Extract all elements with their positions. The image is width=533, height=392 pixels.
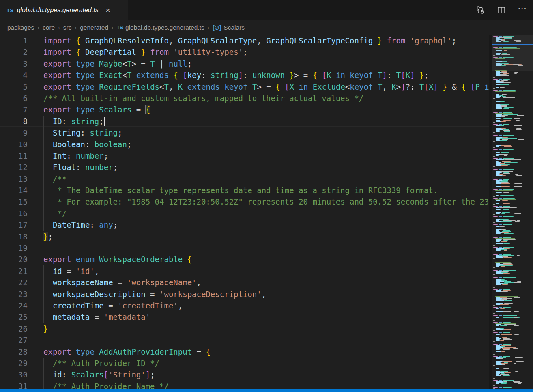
minimap-line bbox=[502, 334, 507, 334]
minimap-line bbox=[496, 207, 499, 208]
line-number: 9 bbox=[0, 127, 28, 138]
code-line-30[interactable]: 30 id: Scalars['String']; bbox=[0, 369, 489, 380]
minimap-line bbox=[500, 219, 509, 220]
line-number: 10 bbox=[0, 139, 28, 150]
minimap-line bbox=[499, 344, 502, 345]
minimap-line bbox=[503, 209, 509, 210]
minimap-line bbox=[499, 289, 502, 290]
split-editor-icon[interactable] bbox=[496, 5, 506, 15]
code-line-5[interactable]: 5export type RequireFields<T, K extends … bbox=[0, 81, 489, 93]
code-line-16[interactable]: 16 */ bbox=[0, 208, 489, 219]
line-number: 28 bbox=[0, 346, 28, 358]
minimap-line bbox=[493, 295, 498, 295]
minimap-line bbox=[496, 230, 499, 231]
minimap-line bbox=[515, 357, 522, 358]
minimap-line bbox=[516, 129, 522, 130]
line-number: 20 bbox=[0, 254, 28, 265]
minimap-line bbox=[499, 224, 502, 225]
code-line-8[interactable]: 8 ID: string; bbox=[0, 116, 489, 127]
minimap-line bbox=[518, 139, 525, 140]
status-bar[interactable] bbox=[0, 389, 533, 392]
code-line-20[interactable]: 20export enum WorkspaceOrderable { bbox=[0, 254, 489, 265]
line-number: 31 bbox=[0, 381, 28, 389]
minimap-line bbox=[504, 155, 507, 156]
tab-global-db-types[interactable]: TS global.db.types.generated.ts ✕ bbox=[0, 0, 128, 20]
compare-changes-icon[interactable] bbox=[475, 5, 485, 15]
code-line-9[interactable]: 9 String: string; bbox=[0, 127, 489, 138]
minimap-line bbox=[516, 128, 521, 129]
minimap-line bbox=[503, 387, 512, 388]
minimap-line bbox=[496, 159, 504, 160]
code-line-22[interactable]: 22 workspaceName = 'workspaceName', bbox=[0, 277, 489, 288]
code-line-24[interactable]: 24 createdTime = 'createdTime', bbox=[0, 300, 489, 311]
minimap-line bbox=[503, 237, 511, 238]
breadcrumb-separator-icon: › bbox=[34, 24, 43, 31]
minimap-line bbox=[496, 212, 501, 213]
minimap-line bbox=[500, 374, 509, 375]
minimap-line bbox=[495, 226, 521, 226]
code-line-26[interactable]: 26} bbox=[0, 323, 489, 334]
breadcrumb-item-global-db-types-generated-ts[interactable]: TSglobal.db.types.generated.ts bbox=[117, 24, 204, 31]
code-line-23[interactable]: 23 workspaceDescription = 'workspaceDesc… bbox=[0, 289, 489, 300]
code-line-27[interactable]: 27 bbox=[0, 334, 489, 346]
breadcrumb-separator-icon: › bbox=[72, 24, 80, 31]
minimap-line bbox=[496, 114, 502, 115]
breadcrumb-label: core bbox=[43, 24, 55, 31]
breadcrumb-item-generated[interactable]: generated bbox=[80, 24, 108, 31]
code-line-1[interactable]: 1import { GraphQLResolveInfo, GraphQLSca… bbox=[0, 35, 489, 46]
close-tab-icon[interactable]: ✕ bbox=[104, 6, 112, 14]
code-line-19[interactable]: 19 bbox=[0, 242, 489, 254]
line-content: Boolean: boolean; bbox=[43, 139, 131, 150]
minimap-line bbox=[503, 144, 511, 144]
breadcrumb-item-packages[interactable]: packages bbox=[7, 24, 34, 31]
code-line-14[interactable]: 14 * The DateTime scalar type represents… bbox=[0, 185, 489, 196]
minimap-slider[interactable] bbox=[492, 35, 533, 71]
code-line-2[interactable]: 2import { DeepPartial } from 'utility-ty… bbox=[0, 46, 489, 58]
code-line-3[interactable]: 3export type Maybe<T> = T | null; bbox=[0, 58, 489, 69]
code-line-7[interactable]: 7export type Scalars = { bbox=[0, 104, 489, 115]
minimap-line bbox=[493, 261, 498, 261]
minimap-line bbox=[496, 381, 504, 382]
minimap-line bbox=[503, 338, 510, 339]
minimap-line bbox=[500, 325, 507, 326]
minimap-line bbox=[503, 101, 516, 101]
tab-title: global.db.types.generated.ts bbox=[17, 6, 99, 14]
breadcrumb-item-scalars[interactable]: [⊘]Scalars bbox=[213, 24, 245, 31]
minimap-line bbox=[503, 172, 509, 173]
code-line-10[interactable]: 10 Boolean: boolean; bbox=[0, 139, 489, 150]
minimap-line bbox=[496, 266, 499, 267]
line-content: /** All built-in and custom scalars, map… bbox=[43, 93, 363, 104]
minimap-line bbox=[501, 249, 507, 250]
minimap-line bbox=[493, 365, 495, 366]
minimap-line bbox=[503, 349, 510, 350]
code-line-21[interactable]: 21 id = 'id', bbox=[0, 265, 489, 277]
tab-bar: TS global.db.types.generated.ts ✕ bbox=[0, 0, 533, 20]
code-line-25[interactable]: 25 metadata = 'metadata' bbox=[0, 311, 489, 323]
minimap-line bbox=[500, 226, 504, 227]
code-line-4[interactable]: 4export type Exact<T extends { [key: str… bbox=[0, 69, 489, 81]
minimap[interactable] bbox=[492, 35, 533, 389]
code-line-13[interactable]: 13 /** bbox=[0, 173, 489, 185]
code-line-12[interactable]: 12 Float: number; bbox=[0, 162, 489, 173]
code-line-15[interactable]: 15 * For example: "1985-04-12T23:20:50.5… bbox=[0, 196, 489, 207]
minimap-line bbox=[514, 186, 522, 187]
minimap-line bbox=[496, 347, 503, 348]
minimap-line bbox=[503, 240, 508, 241]
code-line-31[interactable]: 31 /** Auth Provider Name */ bbox=[0, 381, 489, 389]
scrollbar-track[interactable] bbox=[489, 35, 492, 389]
code-line-11[interactable]: 11 Int: number; bbox=[0, 150, 489, 162]
more-actions-icon[interactable]: ⋯ bbox=[518, 5, 527, 15]
code-line-6[interactable]: 6/** All built-in and custom scalars, ma… bbox=[0, 93, 489, 104]
breadcrumb-item-core[interactable]: core bbox=[43, 24, 55, 31]
code-area[interactable]: 1import { GraphQLResolveInfo, GraphQLSca… bbox=[0, 35, 489, 389]
breadcrumb-item-src[interactable]: src bbox=[63, 24, 72, 31]
code-line-18[interactable]: 18}; bbox=[0, 231, 489, 242]
minimap-line bbox=[496, 298, 503, 299]
code-line-28[interactable]: 28export type AddAuthProviderInput = { bbox=[0, 346, 489, 358]
code-line-17[interactable]: 17 DateTime: any; bbox=[0, 219, 489, 230]
text-cursor bbox=[104, 117, 105, 126]
minimap-line bbox=[493, 270, 498, 271]
minimap-line bbox=[493, 287, 495, 288]
minimap-line bbox=[496, 118, 501, 118]
code-line-29[interactable]: 29 /** Auth Provider ID */ bbox=[0, 358, 489, 369]
